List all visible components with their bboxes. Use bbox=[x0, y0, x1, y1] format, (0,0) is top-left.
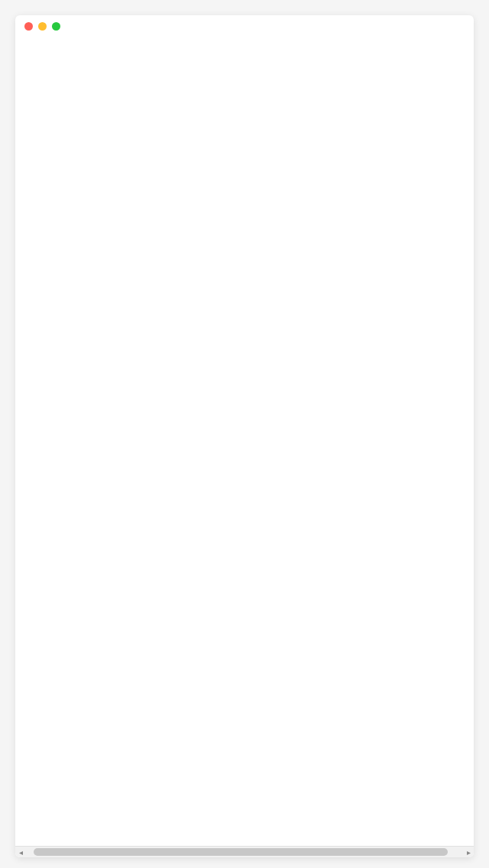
maximize-icon[interactable] bbox=[52, 22, 60, 31]
horizontal-scrollbar[interactable]: ◂ ▸ bbox=[15, 846, 474, 857]
close-icon[interactable] bbox=[24, 22, 33, 31]
window-titlebar bbox=[15, 15, 474, 37]
scroll-right-icon[interactable]: ▸ bbox=[463, 848, 474, 857]
xml-code-block bbox=[15, 37, 474, 52]
scrollbar-thumb[interactable] bbox=[34, 848, 448, 856]
minimize-icon[interactable] bbox=[38, 22, 47, 31]
code-window: ◂ ▸ bbox=[15, 15, 474, 857]
code-viewport[interactable] bbox=[15, 37, 474, 846]
scroll-left-icon[interactable]: ◂ bbox=[15, 848, 26, 857]
